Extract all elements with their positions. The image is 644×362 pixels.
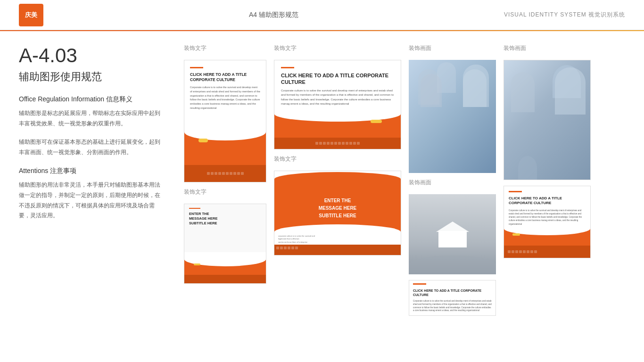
pattern-row-2 — [314, 141, 362, 146]
card-3-bottom: corporate culture is to solve the surviv… — [274, 232, 401, 245]
page-title: 辅助图形使用规范 — [19, 70, 165, 84]
hands-bg — [409, 255, 496, 274]
section2-text: 辅助图形的用法非常灵活，本手册只对辅助图形基本用法做一定的指导，并制定一定的原则… — [19, 180, 165, 221]
card-5: CLICK HERE TO ADD A TITLE CORPORATE CULT… — [504, 186, 591, 258]
fake-people — [409, 60, 496, 173]
section1-text1: 辅助图形是标志的延展应用，帮助标志在实际应用中起到丰富视觉效果、统一视觉形象的双… — [19, 108, 165, 129]
header-center: A4 辅助图形规范 — [43, 11, 504, 19]
msg-text: ENTER THE MESSAGE HERE SUBTITLE HERE — [319, 197, 357, 220]
card-1b: ENTER THEMESSAGE HERESUBTITLE HERE — [184, 204, 266, 284]
card-3-pattern — [274, 245, 401, 255]
house-heading: CLICK HERE TO ADD A TITLE CORPORATE CULT… — [413, 288, 492, 297]
card-2-top: CLICK HERE TO ADD A TITLE CORPORATE CULT… — [274, 60, 401, 114]
card-1b-wave — [184, 260, 266, 275]
card-1-wave — [184, 132, 266, 165]
card-1: CLICK HERE TO ADD A TITLE CORPORATE CULT… — [184, 60, 266, 182]
page-content: A-4.03 辅助图形使用规范 Office Regulation Inform… — [0, 30, 644, 362]
card-5-top: CLICK HERE TO ADD A TITLE CORPORATE CULT… — [504, 186, 590, 229]
right-panels: 装饰文字 CLICK HERE TO ADD A TITLE CORPORATE… — [184, 44, 625, 353]
left-panel: A-4.03 辅助图形使用规范 Office Regulation Inform… — [19, 44, 165, 353]
house-roof — [436, 222, 469, 232]
card-5-body: Corporate culture is to solve the surviv… — [509, 209, 586, 226]
deco-image-label-2: 装饰画面 — [409, 179, 496, 187]
house-body — [438, 231, 467, 247]
card-1b-pattern — [184, 275, 266, 284]
fake-house — [409, 194, 496, 274]
section1-text2: 辅助图形可在保证基本形态的基础上进行延展变化，起到丰富画面、统一视觉形象、分割画… — [19, 137, 165, 157]
logo-inner — [19, 4, 43, 26]
house-card-text: CLICK HERE TO ADD A TITLE CORPORATE CULT… — [409, 280, 496, 316]
photo-handshake — [409, 60, 496, 173]
header-system-title: VISUAL IDENTITY SYSTEM 视觉识别系统 — [504, 11, 625, 19]
deco-image-label: 装饰画面 — [409, 44, 496, 52]
section1-heading: Office Regulation Information 信息释义 — [19, 95, 165, 104]
card-5-wave — [504, 229, 590, 246]
card-5-accent — [509, 191, 522, 192]
card-1-heading: CLICK HERE TO ADD A TITLE CORPORATE CULT… — [190, 72, 260, 82]
logo — [19, 4, 43, 26]
deco-label-1b: 装饰文字 — [184, 188, 266, 196]
house-shape — [436, 222, 469, 247]
house-accent — [413, 283, 426, 285]
deco-label-1: 装饰文字 — [184, 44, 266, 52]
card-1b-inner: ENTER THEMESSAGE HERESUBTITLE HERE — [184, 204, 266, 231]
tiny-text-3: carries we know them of enterprise — [278, 241, 397, 244]
column-4: 装饰画面 CLICK HERE TO ADD A TITLE CORPORATE… — [504, 44, 591, 353]
card-1-pattern — [184, 165, 266, 182]
card-2: CLICK HERE TO ADD A TITLE CORPORATE CULT… — [274, 60, 401, 149]
card-2-accent — [281, 67, 294, 68]
photo-business — [504, 60, 591, 180]
header: A4 辅助图形规范 VISUAL IDENTITY SYSTEM 视觉识别系统 — [0, 0, 644, 30]
header-subtitle: A4 辅助图形规范 — [249, 11, 298, 19]
orange-section: ENTER THE MESSAGE HERE SUBTITLE HERE — [274, 185, 401, 232]
page-code: A-4.03 — [19, 44, 165, 67]
deco-label-2b: 装饰文字 — [274, 155, 401, 163]
card-1b-accent — [189, 208, 200, 209]
card-1-body: Corporate culture is to solve the surviv… — [190, 85, 260, 110]
card-2-wave — [274, 114, 401, 138]
wave-top — [274, 171, 401, 185]
card-1-top: CLICK HERE TO ADD A TITLE CORPORATE CULT… — [184, 60, 266, 132]
column-2: 装饰文字 CLICK HERE TO ADD A TITLE CORPORATE… — [274, 44, 401, 353]
section2-heading: Attentions 注意事项 — [19, 167, 165, 175]
card-2-pattern — [274, 138, 401, 149]
fake-business — [504, 60, 590, 180]
card-1b-heading: ENTER THEMESSAGE HERESUBTITLE HERE — [189, 212, 261, 225]
photo-house — [409, 194, 496, 274]
house-body: Corporate culture is to solve the surviv… — [413, 300, 492, 313]
card-5-heading: CLICK HERE TO ADD A TITLE CORPORATE CULT… — [509, 196, 586, 206]
card-3-msg: ENTER THE MESSAGE HERE SUBTITLE HERE cor… — [274, 171, 401, 255]
card-5-pattern — [504, 246, 590, 258]
column-3: 装饰画面 装饰画面 — [409, 44, 496, 353]
card-2-heading: CLICK HERE TO ADD A TITLE CORPORATE CULT… — [281, 72, 394, 86]
card-1-accent — [190, 67, 203, 68]
header-line — [0, 30, 644, 31]
deco-label-2: 装饰文字 — [274, 44, 401, 52]
card-2-body: Corporate culture is to solve the surviv… — [281, 89, 394, 107]
column-1: 装饰文字 CLICK HERE TO ADD A TITLE CORPORATE… — [184, 44, 266, 353]
deco-image-label-3: 装饰画面 — [504, 44, 591, 52]
pattern-row-1 — [205, 171, 246, 176]
